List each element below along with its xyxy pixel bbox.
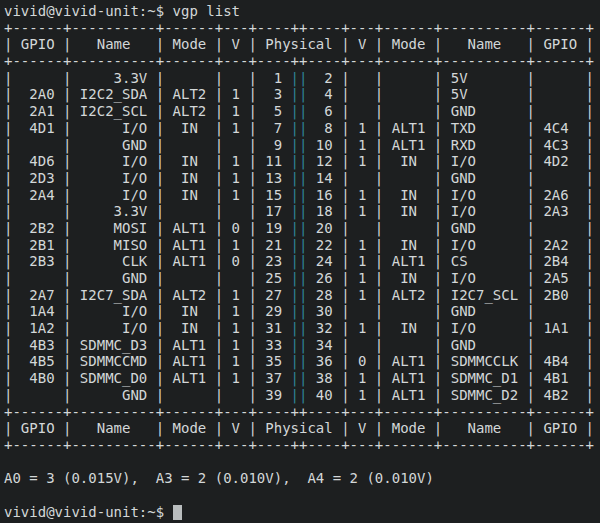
table-row: | 4B0 | SDMMC_D0 | ALT1 | 1 | 37 || 38 |… (4, 370, 600, 387)
center-divider: || (291, 237, 308, 253)
text-cursor (173, 505, 182, 520)
center-divider: || (291, 370, 308, 386)
typed-command: vgp list (173, 3, 240, 19)
table-header-line: | GPIO | Name | Mode | V | Physical | V … (4, 36, 600, 53)
center-divider: || (291, 137, 308, 153)
shell-prompt: vivid@vivid-unit:~$ (4, 504, 164, 520)
center-divider: || (291, 120, 308, 136)
center-divider: || (291, 353, 308, 369)
terminal-window[interactable]: vivid@vivid-unit:~$ vgp list +------+---… (0, 0, 600, 523)
center-divider: || (291, 170, 308, 186)
center-divider: || (291, 287, 308, 303)
center-divider: || (291, 387, 308, 403)
table-header-line: | GPIO | Name | Mode | V | Physical | V … (4, 420, 600, 437)
center-divider: || (291, 103, 308, 119)
center-divider: || (291, 220, 308, 236)
prompt-line: vivid@vivid-unit:~$ (4, 504, 600, 521)
table-row: | 2A7 | I2C7_SDA | ALT2 | 1 | 27 || 28 |… (4, 287, 600, 304)
gpio-table: +------+----------+------+---+----++----… (4, 20, 600, 454)
center-divider: || (291, 337, 308, 353)
table-row: | 2B3 | CLK | ALT1 | 0 | 23 || 24 | 1 | … (4, 253, 600, 270)
center-divider: || (291, 303, 308, 319)
table-row: | 1A2 | I/O | IN | 1 | 31 || 32 | 1 | IN… (4, 320, 600, 337)
table-row: | 1A4 | I/O | IN | 1 | 29 || 30 | | | GN… (4, 303, 600, 320)
table-row: | | 3.3V | | | 17 || 18 | 1 | IN | I/O |… (4, 203, 600, 220)
table-separator-line: +------+----------+------+---+----++----… (4, 404, 600, 421)
center-divider: || (291, 203, 308, 219)
shell-prompt: vivid@vivid-unit:~$ (4, 3, 164, 19)
blank-line (4, 454, 600, 471)
center-divider: || (291, 320, 308, 336)
table-row: | 2B1 | MISO | ALT1 | 1 | 21 || 22 | 1 |… (4, 237, 600, 254)
blank-line (4, 487, 600, 504)
center-divider: || (291, 270, 308, 286)
center-divider: || (291, 187, 308, 203)
table-row: | | GND | | | 9 || 10 | 1 | ALT1 | RXD |… (4, 137, 600, 154)
table-row: | 4B5 | SDMMCCMD | ALT1 | 1 | 35 || 36 |… (4, 353, 600, 370)
table-row: | 2A4 | I/O | IN | 1 | 15 || 16 | 1 | IN… (4, 187, 600, 204)
table-row: | | 3.3V | | | 1 || 2 | | | 5V | | (4, 70, 600, 87)
table-row: | 4B3 | SDMMC_D3 | ALT1 | 1 | 33 || 34 |… (4, 337, 600, 354)
table-separator-line: +------+----------+------+---+----++----… (4, 437, 600, 454)
table-row: | | GND | | | 39 || 40 | 1 | ALT1 | SDMM… (4, 387, 600, 404)
table-row: | 4D6 | I/O | IN | 1 | 11 || 12 | 1 | IN… (4, 153, 600, 170)
center-divider: || (291, 70, 308, 86)
table-row: | | GND | | | 25 || 26 | 1 | IN | I/O | … (4, 270, 600, 287)
table-row: | 2B2 | MOSI | ALT1 | 0 | 19 || 20 | | |… (4, 220, 600, 237)
center-divider: || (291, 153, 308, 169)
table-row: | 2A1 | I2C2_SCL | ALT2 | 1 | 5 || 6 | |… (4, 103, 600, 120)
table-row: | 4D1 | I/O | IN | 1 | 7 || 8 | 1 | ALT1… (4, 120, 600, 137)
table-row: | 2A0 | I2C2_SDA | ALT2 | 1 | 3 || 4 | |… (4, 86, 600, 103)
command-line: vivid@vivid-unit:~$ vgp list (4, 3, 600, 20)
table-row: | 2D3 | I/O | IN | 1 | 13 || 14 | | | GN… (4, 170, 600, 187)
center-divider: || (291, 86, 308, 102)
center-divider: || (291, 253, 308, 269)
table-separator-line: +------+----------+------+---+----++----… (4, 20, 600, 37)
table-separator-line: +------+----------+------+---+----++----… (4, 53, 600, 70)
analog-readings-line: A0 = 3 (0.015V), A3 = 2 (0.010V), A4 = 2… (4, 470, 600, 487)
